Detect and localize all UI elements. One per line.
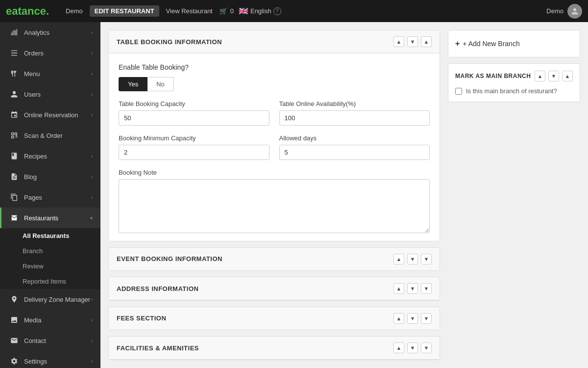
chevron-blog-icon: › — [91, 174, 93, 180]
fees-header: FEES SECTION ▲ ▼ ▼ — [109, 307, 440, 330]
chevron-delivery-icon: › — [91, 297, 93, 302]
table-booking-up-btn[interactable]: ▲ — [393, 36, 404, 47]
table-booking-title: TABLE BOOKING INFORMATION — [117, 38, 222, 46]
logo: eatance. — [6, 5, 49, 18]
sidebar-label-analytics: Analytics — [24, 29, 49, 36]
booking-note-textarea[interactable] — [119, 179, 430, 233]
table-booking-body: Enable Table Booking? Yes No Table Booki… — [109, 53, 440, 241]
add-branch-label: + Add New Branch — [463, 40, 519, 48]
mark-main-controls: ▲ ▼ ▲ — [535, 71, 573, 81]
main-branch-checkbox-row: Is this main branch of resturant? — [455, 87, 573, 95]
mark-main-title-text: MARK AS MAIN BRANCH — [455, 73, 531, 79]
sidebar-label-contact: Contact — [24, 337, 46, 344]
allowed-days-input[interactable] — [279, 145, 430, 160]
event-booking-collapse-btn[interactable]: ▼ — [421, 254, 432, 264]
chevron-recipes-icon: › — [91, 154, 93, 159]
map-icon — [9, 294, 19, 304]
enable-table-booking-question: Enable Table Booking? — [119, 63, 430, 71]
fees-up-btn[interactable]: ▲ — [393, 313, 404, 324]
chevron-menu-icon: › — [91, 71, 93, 77]
chevron-restaurants-icon: ▾ — [90, 215, 93, 221]
facilities-up-btn[interactable]: ▲ — [393, 342, 404, 353]
facilities-down-btn[interactable]: ▼ — [407, 342, 418, 353]
yes-toggle-btn[interactable]: Yes — [119, 77, 147, 91]
event-booking-up-btn[interactable]: ▲ — [393, 254, 404, 264]
qr-icon — [9, 131, 19, 140]
min-capacity-label: Booking Minimum Capacity — [119, 134, 270, 142]
sidebar-item-scan-order[interactable]: Scan & Order — [0, 125, 100, 146]
facilities-collapse-btn[interactable]: ▼ — [421, 342, 432, 353]
sidebar-item-orders[interactable]: Orders › — [0, 43, 100, 63]
user-menu[interactable]: Demo — [546, 4, 582, 19]
sidebar-item-settings[interactable]: Settings › — [0, 351, 100, 368]
address-section: ADDRESS INFORMATION ▲ ▼ ▼ — [108, 277, 440, 301]
facilities-controls: ▲ ▼ ▼ — [393, 342, 432, 353]
right-panel: + + Add New Branch MARK AS MAIN BRANCH ▲… — [448, 30, 580, 360]
mark-main-up-btn[interactable]: ▲ — [535, 71, 545, 81]
add-branch-button[interactable]: + + Add New Branch — [455, 37, 573, 50]
sidebar-label-users: Users — [24, 91, 41, 98]
sidebar-item-pages[interactable]: Pages › — [0, 187, 100, 208]
sidebar-sub-all-restaurants[interactable]: All Restaurants — [0, 228, 100, 243]
nav-edit-restaurant[interactable]: EDIT RESTAURANT — [90, 5, 159, 17]
fees-collapse-btn[interactable]: ▼ — [421, 313, 432, 324]
sidebar-sub-branch[interactable]: Branch — [0, 243, 100, 259]
mark-main-down-btn[interactable]: ▼ — [548, 71, 559, 81]
user-label: Demo — [546, 7, 564, 15]
online-avail-label: Table Online Availability(%) — [279, 100, 430, 107]
capacity-input[interactable] — [119, 110, 270, 126]
capacity-label: Table Booking Capacity — [119, 100, 270, 107]
mail-icon — [9, 336, 19, 345]
table-booking-down-btn[interactable]: ▼ — [407, 36, 418, 47]
table-booking-collapse-btn[interactable]: ▲ — [421, 36, 432, 47]
chevron-settings-icon: › — [91, 359, 93, 364]
facilities-title: FACILITIES & AMENITIES — [117, 344, 199, 352]
sidebar-item-menu[interactable]: Menu › — [0, 63, 100, 84]
min-capacity-input[interactable] — [119, 145, 270, 160]
address-collapse-btn[interactable]: ▼ — [421, 283, 432, 294]
sidebar-item-blog[interactable]: Blog › — [0, 166, 100, 187]
event-booking-down-btn[interactable]: ▼ — [407, 254, 418, 264]
sidebar-item-online-reservation[interactable]: Online Reservation › — [0, 105, 100, 125]
nav-demo[interactable]: Demo — [61, 5, 88, 17]
sidebar: Analytics › Orders › Menu › Users › — [0, 22, 100, 368]
mark-main-title: MARK AS MAIN BRANCH ▲ ▼ ▲ — [455, 71, 573, 81]
sidebar-label-menu: Menu — [24, 70, 40, 78]
sidebar-item-media[interactable]: Media › — [0, 310, 100, 330]
table-booking-header: TABLE BOOKING INFORMATION ▲ ▼ ▲ — [109, 30, 440, 53]
mark-main-collapse-btn[interactable]: ▲ — [562, 71, 573, 81]
chevron-right-icon: › — [91, 30, 93, 35]
cart-area[interactable]: 🛒 0 — [220, 7, 234, 15]
sidebar-item-users[interactable]: Users › — [0, 84, 100, 105]
lang-label: English — [250, 7, 271, 15]
sidebar-item-contact[interactable]: Contact › — [0, 330, 100, 351]
main-layout: Analytics › Orders › Menu › Users › — [0, 22, 588, 368]
sidebar-sub-review[interactable]: Review — [0, 259, 100, 274]
sidebar-submenu-restaurants: All Restaurants Branch Review Reported I… — [0, 228, 100, 289]
copy-icon — [9, 192, 19, 202]
language-selector[interactable]: 🇬🇧 English ? — [239, 6, 281, 16]
help-icon[interactable]: ? — [273, 7, 281, 15]
allowed-days-group: Allowed days — [279, 134, 430, 160]
sidebar-label-online-reservation: Online Reservation — [24, 111, 78, 119]
cart-count: 0 — [230, 7, 234, 15]
sidebar-item-delivery-zone[interactable]: Delivery Zone Manager › — [0, 289, 100, 310]
sidebar-label-settings: Settings — [24, 358, 47, 365]
gear-icon — [9, 356, 19, 366]
no-toggle-btn[interactable]: No — [147, 77, 174, 91]
flag-icon: 🇬🇧 — [239, 6, 248, 16]
main-branch-checkbox[interactable] — [455, 88, 462, 95]
allowed-days-label: Allowed days — [279, 134, 430, 142]
sidebar-item-recipes[interactable]: Recipes › — [0, 146, 100, 166]
nav-view-restaurant[interactable]: View Restaurant — [161, 5, 218, 17]
sidebar-sub-reported-items[interactable]: Reported Items — [0, 274, 100, 289]
online-avail-input[interactable] — [279, 110, 430, 126]
sidebar-label-pages: Pages — [24, 194, 42, 201]
address-down-btn[interactable]: ▼ — [407, 283, 418, 294]
chevron-contact-icon: › — [91, 338, 93, 343]
address-up-btn[interactable]: ▲ — [393, 283, 404, 294]
store-icon — [9, 213, 19, 223]
sidebar-item-analytics[interactable]: Analytics › — [0, 22, 100, 43]
fees-down-btn[interactable]: ▼ — [407, 313, 418, 324]
sidebar-item-restaurants[interactable]: Restaurants ▾ — [0, 208, 100, 228]
